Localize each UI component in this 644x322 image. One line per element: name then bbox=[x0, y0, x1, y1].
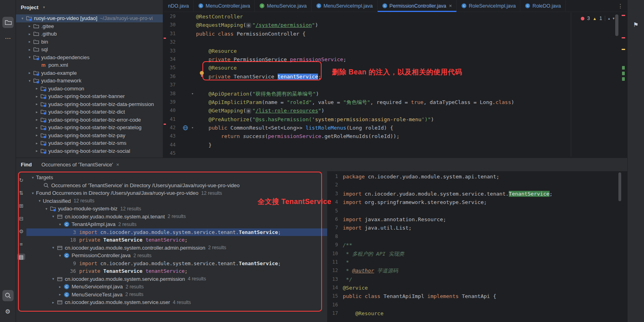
close-icon[interactable]: × bbox=[116, 162, 120, 168]
code-line[interactable]: 34 private PermissionService permissionS… bbox=[164, 55, 627, 64]
chevron-down-icon[interactable]: ▾ bbox=[43, 207, 50, 211]
code-line[interactable]: 6import javax.annotation.Resource; bbox=[328, 215, 627, 224]
code-line[interactable]: 30@RequestMapping(⊕"/system/permission") bbox=[164, 21, 627, 29]
chevron-right-icon[interactable]: ▸ bbox=[50, 300, 56, 304]
editor-tab-menucontroller-java[interactable]: CMenuController.java bbox=[194, 0, 255, 12]
chevron-right-icon[interactable]: ▸ bbox=[34, 102, 40, 106]
project-tree-row[interactable]: ▸yudao-spring-boot-starter-biz-pay bbox=[16, 132, 163, 140]
find-result-row[interactable]: ▾cn.iocoder.yudao.module.system.service.… bbox=[26, 275, 327, 283]
find-result-row[interactable]: 3import cn.iocoder.yudao.module.system.s… bbox=[26, 228, 327, 236]
fold-chevron-icon[interactable]: ▾ bbox=[192, 90, 194, 98]
code-line[interactable]: 9/** bbox=[328, 241, 627, 249]
code-line[interactable]: 42▾ public CommonResult<Set<Long>> listR… bbox=[164, 124, 627, 132]
project-tree-row[interactable]: ▸yudao-common bbox=[16, 85, 163, 93]
tab-overflow-menu-icon[interactable]: ⋮ bbox=[618, 0, 623, 12]
code-line[interactable]: 11 * bbox=[328, 258, 627, 266]
project-panel-header[interactable]: Project ▾ bbox=[16, 0, 163, 14]
chevron-right-icon[interactable]: ▸ bbox=[34, 86, 40, 90]
chevron-down-icon[interactable]: ▾ bbox=[57, 254, 63, 258]
project-tree-row[interactable]: ▸sql bbox=[16, 46, 163, 54]
chevron-down-icon[interactable]: ▾ bbox=[30, 191, 36, 195]
vcs-change-mark[interactable] bbox=[622, 72, 625, 75]
code-line[interactable]: 4import org.springframework.stereotype.S… bbox=[328, 198, 627, 206]
find-result-row[interactable]: ▸cn.iocoder.yudao.module.system.service.… bbox=[26, 298, 327, 306]
previous-problem-icon[interactable]: ▴ bbox=[608, 16, 610, 20]
editor-tab-menuservice-java[interactable]: IMenuService.java bbox=[255, 0, 311, 12]
project-tree-row[interactable]: ▸bin bbox=[16, 38, 163, 46]
error-stripe-mark[interactable] bbox=[622, 37, 625, 38]
preview-scrollbar[interactable] bbox=[618, 172, 621, 201]
chevron-right-icon[interactable]: ▸ bbox=[26, 48, 33, 52]
warning-stripe-mark[interactable] bbox=[622, 49, 625, 50]
find-result-row[interactable]: 18private TenantService tenantService; bbox=[26, 236, 327, 244]
code-line[interactable]: 14@Service bbox=[328, 284, 627, 292]
project-tree-row[interactable]: ▸yudao-spring-boot-starter-banner bbox=[16, 92, 163, 100]
chevron-down-icon[interactable]: ▾ bbox=[57, 222, 63, 226]
find-result-row[interactable]: ▸CMenuServiceImpl.java2 results bbox=[26, 283, 327, 291]
navigate-icon[interactable]: ⇅ bbox=[17, 190, 25, 196]
project-tree-row[interactable]: ▸yudao-spring-boot-starter-biz-sms bbox=[16, 139, 163, 147]
find-results-tab[interactable]: Occurrences of 'TenantService' × bbox=[41, 162, 119, 168]
chevron-down-icon[interactable]: ▾ bbox=[30, 176, 36, 180]
code-line[interactable]: 29@RestController bbox=[164, 12, 627, 21]
vcs-change-mark[interactable] bbox=[622, 66, 625, 70]
tool-stripe-more-tool-windows-icon[interactable]: ⋯ bbox=[2, 33, 14, 44]
code-line[interactable]: 43 return success(permissionService.getR… bbox=[164, 132, 627, 140]
chevron-right-icon[interactable]: ▸ bbox=[26, 32, 33, 36]
chevron-right-icon[interactable]: ▸ bbox=[26, 24, 33, 28]
project-tree-row[interactable]: ▸yudao-spring-boot-starter-biz-operatelo… bbox=[16, 124, 163, 132]
find-result-row[interactable]: ▾cn.iocoder.yudao.module.system.api.tena… bbox=[26, 213, 327, 221]
find-result-row[interactable]: 9import cn.iocoder.yudao.module.system.s… bbox=[26, 260, 327, 268]
find-result-row[interactable]: ▾CTenantApiImpl.java2 results bbox=[26, 220, 327, 228]
project-tree-row[interactable]: ▾ruoyi-vue-pro-video [yudao]~/Java/ruoyi… bbox=[16, 14, 163, 22]
find-result-row[interactable]: ▾CPermissionController.java2 results bbox=[26, 252, 327, 260]
chevron-down-icon[interactable]: ▾ bbox=[19, 16, 26, 20]
code-line[interactable]: 38▾ @ApiOperation("获得角色拥有的菜单编号") bbox=[164, 90, 627, 98]
error-stripe-mark[interactable] bbox=[622, 15, 625, 16]
code-line[interactable]: 1package cn.iocoder.yudao.module.system.… bbox=[328, 172, 627, 181]
chevron-right-icon[interactable]: ▸ bbox=[34, 126, 40, 130]
project-tree-row[interactable]: mpom.xml bbox=[16, 61, 163, 69]
project-tree-row[interactable]: ▸yudao-spring-boot-starter-biz-dict bbox=[16, 108, 163, 116]
code-line[interactable]: 32 bbox=[164, 38, 627, 46]
chevron-right-icon[interactable]: ▸ bbox=[34, 149, 40, 153]
code-line[interactable]: 8 bbox=[328, 232, 627, 241]
code-line[interactable]: 7import java.util.List; bbox=[328, 224, 627, 232]
chevron-down-icon[interactable]: ▾ bbox=[50, 246, 56, 250]
code-line[interactable]: 41 @PreAuthorize("@ss.hasPermission('sys… bbox=[164, 115, 627, 124]
project-tree-row[interactable]: ▾yudao-framework bbox=[16, 77, 163, 85]
chevron-right-icon[interactable]: ▸ bbox=[57, 292, 63, 296]
chevron-down-icon[interactable]: ▾ bbox=[50, 277, 56, 281]
project-tree-row[interactable]: ▸yudao-spring-boot-starter-biz-social bbox=[16, 147, 163, 155]
code-line[interactable]: 3import cn.iocoder.yudao.module.system.s… bbox=[328, 190, 627, 198]
find-result-row[interactable]: ▸CMenuServiceTest.java2 results bbox=[26, 291, 327, 299]
fold-chevron-icon[interactable]: ▾ bbox=[192, 124, 194, 132]
main-code-editor[interactable]: 29@RestController30@RequestMapping(⊕"/sy… bbox=[164, 12, 627, 158]
chevron-right-icon[interactable]: ▸ bbox=[34, 94, 40, 98]
rerun-icon[interactable]: ↻ bbox=[17, 177, 25, 183]
chevron-right-icon[interactable]: ▸ bbox=[57, 285, 63, 289]
code-line[interactable]: 45 bbox=[164, 149, 627, 158]
project-tree-row[interactable]: ▸.github bbox=[16, 30, 163, 38]
chevron-down-icon[interactable]: ▾ bbox=[36, 199, 43, 203]
tool-stripe-settings-icon[interactable]: ⚙ bbox=[2, 306, 14, 317]
chevron-right-icon[interactable]: ▸ bbox=[26, 40, 33, 44]
preview-icon[interactable]: ▤ bbox=[17, 254, 25, 260]
find-result-row[interactable]: 36private TenantService tenantService; bbox=[26, 267, 327, 275]
code-line[interactable]: 16 bbox=[328, 301, 627, 309]
tool-stripe-project-icon[interactable] bbox=[2, 17, 14, 28]
editor-tab-roledo-java[interactable]: CRoleDO.java bbox=[520, 0, 566, 12]
chevron-down-icon[interactable]: ▾ bbox=[26, 79, 33, 83]
tool-stripe-find-icon[interactable] bbox=[2, 290, 14, 301]
code-line[interactable]: 5 bbox=[328, 207, 627, 215]
find-result-row[interactable]: Occurrences of 'TenantService' in Direct… bbox=[26, 182, 327, 190]
collapse-all-icon[interactable]: ⊟ bbox=[17, 215, 25, 222]
find-result-row[interactable]: ▾Found Occurrences in Directory /Users/y… bbox=[26, 189, 327, 197]
code-line[interactable]: 40 @GetMapping(⊕"/list-role-resources") bbox=[164, 106, 627, 115]
find-result-row[interactable]: ▾Targets bbox=[26, 174, 327, 182]
project-tree-row[interactable]: ▸yudao-spring-boot-starter-biz-data-perm… bbox=[16, 100, 163, 108]
project-tree-row[interactable]: ▸yudao-spring-boot-starter-biz-error-cod… bbox=[16, 116, 163, 124]
project-tree-row[interactable]: ▾yudao-dependencies bbox=[16, 54, 163, 62]
intention-bulb-icon[interactable] bbox=[199, 71, 204, 78]
chevron-down-icon[interactable]: ▾ bbox=[41, 5, 47, 9]
